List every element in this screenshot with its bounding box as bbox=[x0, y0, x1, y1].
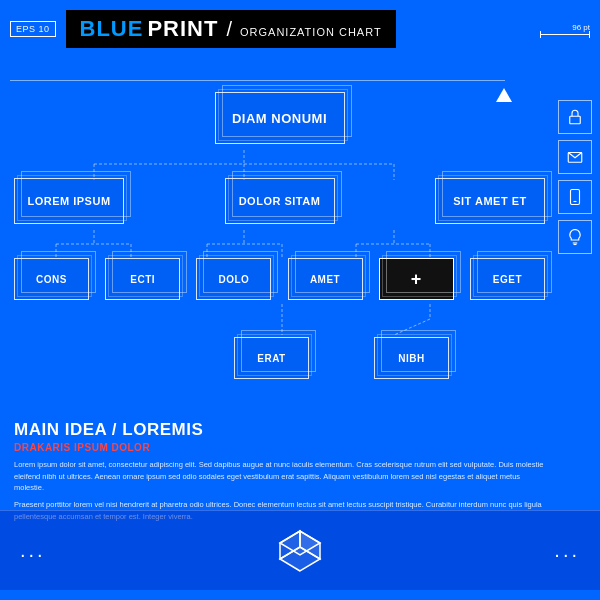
node-ecti: ECTI bbox=[105, 258, 180, 300]
node-label: SIT AMET ET bbox=[453, 195, 527, 207]
node-sit-amet-et: SIT AMET ET bbox=[435, 178, 545, 224]
title-blue: BLUE bbox=[80, 16, 144, 42]
sidebar-icon-phone[interactable] bbox=[558, 180, 592, 214]
org-chart: DIAM NONUMI LOREM IPSUM DOLOR SITAM SIT … bbox=[14, 82, 545, 412]
node-label: NIBH bbox=[398, 353, 424, 364]
node-amet: AMET bbox=[288, 258, 363, 300]
svg-line-26 bbox=[394, 319, 430, 335]
main-idea-section: MAIN IDEA / LOREMIS DRAKARIS IPSUM DOLOR… bbox=[14, 420, 545, 522]
node-nibh: NIBH bbox=[374, 337, 449, 379]
node-label: EGET bbox=[493, 274, 522, 285]
node-label: ERAT bbox=[257, 353, 285, 364]
row0: DIAM NONUMI bbox=[215, 92, 345, 144]
dimension-box: 96 pt bbox=[540, 23, 590, 35]
row2: CONS ECTI DOLO AMET + EGET bbox=[14, 258, 545, 300]
sidebar-icon-mail[interactable] bbox=[558, 140, 592, 174]
bulb-icon bbox=[566, 228, 584, 246]
title-slash: / bbox=[226, 18, 232, 41]
node-plus: + bbox=[379, 258, 454, 300]
dim-label: 96 pt bbox=[572, 23, 590, 32]
node-label: ECTI bbox=[130, 274, 155, 285]
node-dolor-sitam: DOLOR SITAM bbox=[225, 178, 335, 224]
subtitle-text: ORGANIZATION CHART bbox=[240, 26, 382, 38]
footer-left-dots: ... bbox=[20, 539, 46, 562]
svg-rect-0 bbox=[570, 116, 581, 124]
phone-icon bbox=[566, 188, 584, 206]
node-erat: ERAT bbox=[234, 337, 309, 379]
node-cons: CONS bbox=[14, 258, 89, 300]
bottom-footer: ... ... bbox=[0, 510, 600, 590]
node-eget: EGET bbox=[470, 258, 545, 300]
sidebar-icon-bulb[interactable] bbox=[558, 220, 592, 254]
lock-icon bbox=[566, 108, 584, 126]
node-label: + bbox=[411, 269, 422, 290]
node-dolo: DOLO bbox=[196, 258, 271, 300]
sidebar-icon-lock[interactable] bbox=[558, 100, 592, 134]
top-bar: EPS 10 BLUE PRINT / ORGANIZATION CHART 9… bbox=[10, 10, 590, 48]
dim-line bbox=[540, 34, 590, 35]
h-rule bbox=[10, 80, 505, 81]
main-idea-text-1: Lorem ipsum dolor sit amet, consectetur … bbox=[14, 459, 545, 494]
eps-badge: EPS 10 bbox=[10, 21, 56, 37]
title-block: BLUE PRINT / ORGANIZATION CHART bbox=[66, 10, 396, 48]
node-label: AMET bbox=[310, 274, 340, 285]
node-diam-nonumi: DIAM NONUMI bbox=[215, 92, 345, 144]
svg-rect-2 bbox=[571, 190, 580, 205]
row1: LOREM IPSUM DOLOR SITAM SIT AMET ET bbox=[14, 178, 545, 224]
title-white: PRINT bbox=[147, 16, 218, 42]
node-label: CONS bbox=[36, 274, 67, 285]
node-lorem-ipsum: LOREM IPSUM bbox=[14, 178, 124, 224]
main-idea-subtitle: DRAKARIS IPSUM DOLOR bbox=[14, 442, 545, 453]
eps-label: EPS 10 bbox=[16, 24, 50, 34]
footer-right-dots: ... bbox=[554, 539, 580, 562]
node-label: DIAM NONUMI bbox=[232, 111, 327, 126]
node-label: LOREM IPSUM bbox=[27, 195, 110, 207]
right-sidebar bbox=[558, 100, 592, 254]
footer-cube bbox=[265, 516, 335, 586]
main-idea-title: MAIN IDEA / LOREMIS bbox=[14, 420, 545, 440]
node-label: DOLO bbox=[218, 274, 249, 285]
mail-icon bbox=[566, 148, 584, 166]
node-label: DOLOR SITAM bbox=[239, 195, 321, 207]
